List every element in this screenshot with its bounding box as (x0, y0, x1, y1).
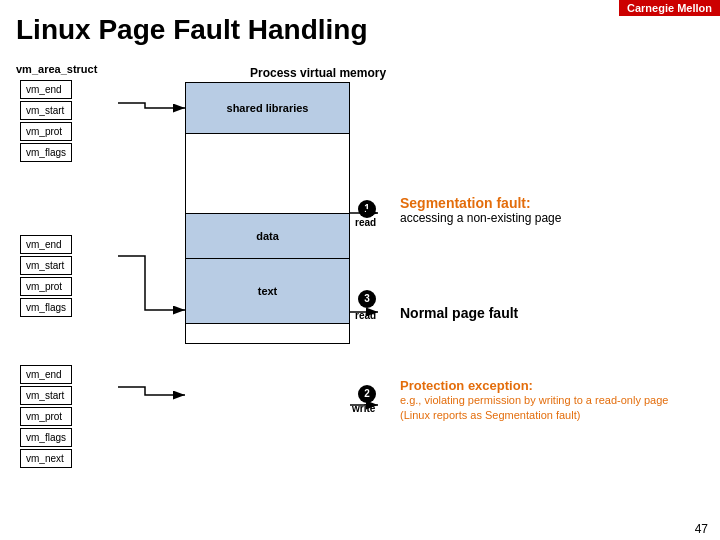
badge-1: 1 (358, 200, 376, 218)
vm-field: vm_start (20, 101, 72, 120)
exp-body-1: accessing a non-existing page (400, 211, 700, 225)
vm-field: vm_prot (20, 277, 72, 296)
vm-field: vm_start (20, 256, 72, 275)
badge-2: 2 (358, 385, 376, 403)
segment-text: text (185, 259, 350, 324)
arrows-overlay (0, 0, 720, 540)
institution-header: Carnegie Mellon (619, 0, 720, 16)
segment-empty-2 (185, 324, 350, 344)
exp-title-2: Protection exception: (400, 378, 700, 393)
vm-area-struct-label: vm_area_struct (16, 63, 97, 75)
explanation-1: Segmentation fault: accessing a non-exis… (400, 195, 700, 225)
exp-title-3: Normal page fault (400, 305, 700, 321)
vm-field: vm_next (20, 449, 72, 468)
explanation-2: Protection exception: e.g., violating pe… (400, 378, 700, 424)
vm-field: vm_flags (20, 298, 72, 317)
segment-shared-lib: shared libraries (185, 82, 350, 134)
arrow-write-label: write (352, 403, 375, 414)
vm-field: vm_flags (20, 143, 72, 162)
badge-3: 3 (358, 290, 376, 308)
vm-field: vm_start (20, 386, 72, 405)
explanation-3: Normal page fault (400, 305, 700, 321)
vm-field: vm_end (20, 235, 72, 254)
segment-empty-1 (185, 134, 350, 214)
arrow-read-1-label: read (355, 217, 376, 228)
exp-title-1: Segmentation fault: (400, 195, 700, 211)
vm-field: vm_flags (20, 428, 72, 447)
vm-field: vm_prot (20, 407, 72, 426)
vm-field: vm_end (20, 365, 72, 384)
page-title: Linux Page Fault Handling (16, 14, 368, 46)
segment-data: data (185, 214, 350, 259)
pvm-label: Process virtual memory (250, 63, 386, 81)
pvm-container: shared libraries data text (185, 82, 350, 344)
vm-field: vm_end (20, 80, 72, 99)
vm-group-1: vm_end vm_start vm_prot vm_flags (20, 80, 72, 164)
vm-field: vm_prot (20, 122, 72, 141)
page-number: 47 (695, 522, 708, 536)
vm-group-2: vm_end vm_start vm_prot vm_flags (20, 235, 72, 319)
exp-body-2: e.g., violating permission by writing to… (400, 393, 700, 424)
arrow-read-2-label: read (355, 310, 376, 321)
vm-group-3: vm_end vm_start vm_prot vm_flags vm_next (20, 365, 72, 470)
